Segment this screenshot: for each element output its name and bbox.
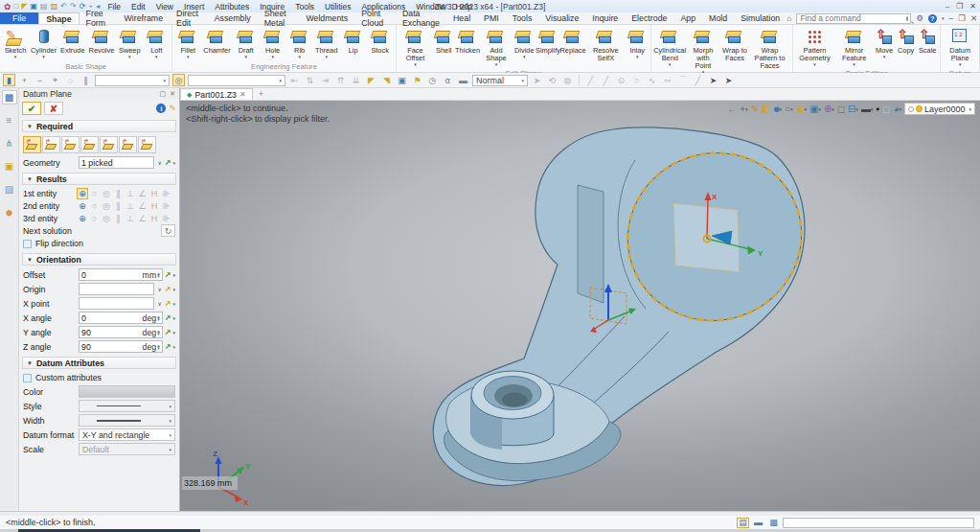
scale-button[interactable]: ⇧Scale bbox=[917, 26, 939, 56]
ribbon-tab-tools[interactable]: Tools bbox=[506, 12, 539, 24]
add-shape-button[interactable]: Add Shape▾ bbox=[480, 26, 513, 68]
offset-input[interactable]: 0mm▴▾ bbox=[79, 268, 163, 281]
x-angle-input[interactable]: 0deg▴▾ bbox=[79, 312, 163, 324]
pick-target-icon[interactable]: ⌖ bbox=[49, 74, 61, 86]
angle-constraint-icon[interactable]: ∠ bbox=[137, 188, 148, 199]
pattern-geometry-button[interactable]: Pattern Geometry▾ bbox=[795, 26, 835, 68]
results-section-header[interactable]: ▼Results bbox=[22, 173, 176, 185]
save-icon[interactable]: ▣ bbox=[31, 3, 38, 11]
display-toggle-icon[interactable]: ▬ bbox=[752, 518, 764, 528]
ribbon-tab-inquire[interactable]: Inquire bbox=[585, 12, 625, 24]
new-tab-button[interactable]: + bbox=[253, 88, 270, 100]
ribbon-tab-simulation[interactable]: Simulation bbox=[734, 12, 786, 24]
angle-constraint-icon[interactable]: ∠ bbox=[137, 200, 148, 212]
cylinder-dropdown-icon[interactable]: ▾ bbox=[42, 55, 45, 59]
x-point-expand-icon[interactable]: ∨ bbox=[157, 300, 161, 307]
csys-combo[interactable]: ▾ bbox=[188, 75, 285, 86]
x-point-input[interactable] bbox=[79, 297, 154, 310]
side-tab-datum-plane[interactable]: ▩ bbox=[2, 90, 17, 104]
monitor-icon[interactable]: ▬ bbox=[457, 74, 469, 86]
hole-dropdown-icon[interactable]: ▾ bbox=[271, 55, 274, 59]
middle-constraint-icon[interactable]: ⊪ bbox=[161, 213, 172, 224]
perpendicular-constraint-icon[interactable]: ⊥ bbox=[125, 188, 136, 199]
datum-format-select[interactable]: X-Y and rectangle▾ bbox=[79, 428, 175, 441]
geometry-expand-icon[interactable]: ∨ bbox=[157, 159, 161, 166]
horizontal-constraint-icon[interactable]: H bbox=[148, 188, 160, 199]
width-select[interactable]: ▾ bbox=[79, 414, 175, 427]
divide-dropdown-icon[interactable]: ▾ bbox=[523, 55, 526, 59]
geometry-input[interactable]: 1 picked bbox=[79, 156, 154, 169]
rotate-icon[interactable]: ⟲ bbox=[546, 74, 558, 86]
x-point-accept-icon[interactable]: ↗ bbox=[165, 299, 171, 308]
menu-attributes[interactable]: Attributes bbox=[215, 2, 249, 12]
replace-button[interactable]: Replace bbox=[560, 26, 586, 56]
thicken-button[interactable]: Thicken bbox=[455, 26, 480, 56]
style-combo[interactable]: Normal▾ bbox=[472, 75, 528, 86]
restore-button[interactable]: ❐ bbox=[956, 2, 963, 11]
filter-combo[interactable]: ▾ bbox=[95, 75, 170, 86]
draft-button[interactable]: Draft▾ bbox=[233, 26, 260, 60]
cursor-icon[interactable]: ➤ bbox=[531, 74, 543, 86]
next-solution-button[interactable]: ↻ bbox=[161, 224, 175, 237]
pattern-geometry-dropdown-icon[interactable]: ▾ bbox=[813, 62, 816, 67]
menu-tools[interactable]: Tools bbox=[295, 2, 314, 12]
undo-icon[interactable]: ↶ bbox=[60, 3, 67, 11]
shade-mode-icon[interactable]: ■▾ bbox=[774, 104, 783, 114]
mirror-feature-button[interactable]: Mirror Feature▾ bbox=[835, 26, 874, 68]
ribbon-tab-free-form[interactable]: Free Form bbox=[80, 12, 118, 24]
monitor-icon[interactable]: ▬▾ bbox=[861, 104, 874, 114]
horizontal-constraint-icon[interactable]: H bbox=[148, 213, 160, 224]
doc-minimize-button[interactable]: – bbox=[949, 13, 954, 23]
cylindrical-bend-button[interactable]: Cylindrical Bend▾ bbox=[653, 26, 686, 68]
fillet-button[interactable]: Fillet▾ bbox=[174, 26, 201, 60]
parallel-constraint-icon[interactable]: ∥ bbox=[113, 213, 125, 224]
sweep-dropdown-icon[interactable]: ▾ bbox=[128, 55, 131, 59]
align-right-icon[interactable]: ⇥ bbox=[319, 74, 331, 86]
pick-chain-icon[interactable]: ∥ bbox=[80, 74, 92, 86]
geometry-accept-icon[interactable]: ↗ bbox=[165, 158, 171, 167]
side-tab-assembly-tree[interactable]: ⋔ bbox=[2, 136, 17, 150]
add-shape-dropdown-icon[interactable]: ▾ bbox=[495, 62, 498, 67]
part-model[interactable] bbox=[433, 127, 823, 486]
align-bottom-icon[interactable]: ⇊ bbox=[350, 74, 362, 86]
cylinder-button[interactable]: Cylinder▾ bbox=[29, 26, 58, 60]
save-all-icon[interactable]: ▨ bbox=[51, 3, 58, 11]
datum-attributes-section-header[interactable]: ▼Datum Attributes bbox=[22, 357, 176, 369]
folder-new-icon[interactable]: ◥ bbox=[380, 74, 393, 86]
zoom-all-icon[interactable]: ◍ bbox=[561, 74, 574, 86]
required-section-header[interactable]: ▼Required bbox=[22, 120, 176, 132]
offset-accept-icon[interactable]: ↗ bbox=[165, 270, 171, 279]
background-icon[interactable]: ▪ bbox=[877, 104, 880, 114]
origin-options-icon[interactable]: ▾ bbox=[172, 287, 175, 292]
thread-button[interactable]: Thread▾ bbox=[313, 26, 340, 60]
settings-gear-icon[interactable]: ⚙ bbox=[916, 13, 923, 23]
rib-dropdown-icon[interactable]: ▾ bbox=[298, 55, 301, 59]
plane-view-button[interactable]: ↱ bbox=[80, 136, 99, 153]
menu-view[interactable]: View bbox=[156, 2, 173, 12]
visual-style-icon[interactable]: ◧ bbox=[762, 104, 770, 114]
output-toggle-icon[interactable]: ▩ bbox=[767, 518, 780, 528]
image-icon[interactable]: ▣ bbox=[396, 74, 408, 86]
parallel-constraint-icon[interactable]: ∥ bbox=[113, 188, 125, 199]
style-select[interactable]: ▾ bbox=[79, 400, 175, 412]
fillet-dropdown-icon[interactable]: ▾ bbox=[187, 55, 190, 59]
loft-dropdown-icon[interactable]: ▾ bbox=[155, 55, 158, 59]
center-constraint-icon[interactable]: ⊕ bbox=[77, 213, 88, 224]
center-constraint-icon[interactable]: ⊕ bbox=[77, 188, 88, 199]
menu-help[interactable]: Help bbox=[456, 2, 472, 12]
custom-attributes-checkbox[interactable] bbox=[23, 374, 32, 382]
x-angle-spinner[interactable]: ▴▾ bbox=[157, 315, 160, 321]
simplify-button[interactable]: Simplify bbox=[536, 26, 560, 56]
middle-constraint-icon[interactable]: ⊪ bbox=[161, 200, 172, 212]
center-constraint-icon[interactable]: ⊕ bbox=[77, 200, 88, 212]
attach-icon[interactable]: ⍺ bbox=[442, 74, 454, 86]
open-file-icon[interactable]: ◤ bbox=[21, 3, 27, 11]
find-command-input[interactable] bbox=[800, 13, 906, 23]
section-icon[interactable]: ⊟▾ bbox=[848, 104, 858, 114]
doc-restore-button[interactable]: ❐ bbox=[958, 13, 966, 23]
color-swatch[interactable] bbox=[79, 385, 175, 398]
wireframe-mode-icon[interactable]: ○▾ bbox=[785, 104, 793, 114]
find-command-box[interactable] bbox=[796, 13, 911, 24]
redo-icon[interactable]: ↷ bbox=[70, 3, 77, 11]
origin-accept-icon[interactable]: ↗ bbox=[165, 285, 171, 293]
